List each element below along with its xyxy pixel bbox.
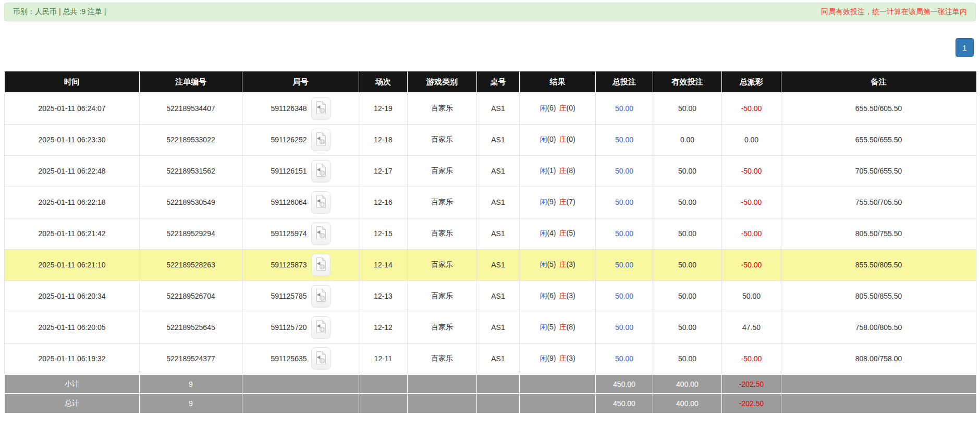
header-round-id: 局号: [242, 71, 359, 93]
cell-result: 闲(1)庄(8): [520, 155, 596, 187]
cell-total-bet: 50.00: [596, 312, 653, 343]
cell-valid-bet: 50.00: [653, 249, 722, 280]
cell-total-bet: 50.00: [596, 124, 653, 155]
round-id-text: 591125785: [271, 292, 307, 300]
video-replay-button[interactable]: [311, 285, 330, 308]
banker-label: 庄: [559, 323, 567, 331]
video-replay-button[interactable]: [311, 316, 330, 339]
cell-session: 12-14: [359, 249, 408, 280]
cell-session: 12-11: [359, 343, 408, 374]
pagination: 1: [0, 38, 974, 57]
player-score: (1): [547, 166, 556, 175]
cell-remark: 705.50/655.50: [781, 155, 976, 187]
cell-bet-id: 522189525645: [140, 312, 242, 343]
cell-remark: 755.50/705.50: [781, 187, 976, 218]
video-file-icon: [315, 351, 326, 366]
table-row: 2025-01-11 06:21:10522189528263591125873…: [5, 249, 976, 280]
cell-bet-id: 522189533022: [140, 124, 242, 155]
cell-total-bet: 50.00: [596, 218, 653, 249]
table-row: 2025-01-11 06:22:18522189530549591126064…: [5, 187, 976, 218]
grandtotal-row-payout: -202.50: [722, 394, 781, 413]
cell-table-no: AS1: [477, 124, 520, 155]
cell-bet-id: 522189530549: [140, 187, 242, 218]
subtotal-row-empty: [520, 374, 596, 394]
cell-time: 2025-01-11 06:23:30: [5, 124, 140, 155]
cell-result: 闲(6)庄(3): [520, 280, 596, 312]
subtotal-row-empty: [359, 374, 408, 394]
bet-records-table: 时间 注单编号 局号 场次 游戏类别 桌号 结果 总投注 有效投注 总派彩 备注…: [4, 71, 976, 413]
cell-round-id: 591125635: [242, 343, 359, 374]
cell-result: 闲(5)庄(8): [520, 312, 596, 343]
cell-game-type: 百家乐: [408, 93, 477, 124]
grandtotal-row-empty: [408, 394, 477, 413]
player-score: (5): [547, 323, 556, 331]
cell-bet-id: 522189528263: [140, 249, 242, 280]
table-row: 2025-01-11 06:24:07522189534407591126348…: [5, 93, 976, 124]
cell-table-no: AS1: [477, 249, 520, 280]
cell-payout: -50.00: [722, 155, 781, 187]
video-file-icon: [315, 226, 326, 241]
grandtotal-row-empty: [359, 394, 408, 413]
cell-total-bet: 50.00: [596, 280, 653, 312]
video-file-icon: [315, 163, 326, 179]
table-row: 2025-01-11 06:20:05522189525645591125720…: [5, 312, 976, 343]
cell-game-type: 百家乐: [408, 312, 477, 343]
cell-session: 12-15: [359, 218, 408, 249]
round-id-group: 591125720: [271, 316, 330, 339]
cell-time: 2025-01-11 06:20:34: [5, 280, 140, 312]
cell-game-type: 百家乐: [408, 187, 477, 218]
cell-payout: -50.00: [722, 249, 781, 280]
video-replay-button[interactable]: [311, 191, 330, 214]
cell-time: 2025-01-11 06:19:32: [5, 343, 140, 374]
cell-payout: -50.00: [722, 343, 781, 374]
subtotal-row: 小计9450.00400.00-202.50: [5, 374, 976, 394]
table-row: 2025-01-11 06:21:42522189529294591125974…: [5, 218, 976, 249]
cell-table-no: AS1: [477, 93, 520, 124]
player-score: (9): [547, 198, 556, 206]
cell-remark: 855.50/805.50: [781, 249, 976, 280]
banker-score: (8): [567, 166, 575, 175]
video-replay-button[interactable]: [311, 254, 330, 276]
banker-score: (0): [567, 104, 575, 112]
round-id-group: 591125785: [271, 285, 330, 308]
round-id-text: 591125974: [271, 229, 307, 238]
cell-remark: 805.50/755.50: [781, 218, 976, 249]
cell-session: 12-19: [359, 93, 408, 124]
subtotal-row-empty: [242, 374, 359, 394]
video-replay-button[interactable]: [311, 223, 330, 245]
video-replay-button[interactable]: [311, 97, 330, 120]
banker-score: (3): [567, 291, 575, 300]
cell-payout: -50.00: [722, 93, 781, 124]
video-replay-button[interactable]: [311, 347, 330, 370]
player-label: 闲: [540, 104, 547, 112]
subtotal-row-count: 9: [140, 374, 242, 394]
player-score: (9): [547, 354, 556, 362]
cell-result: 闲(0)庄(0): [520, 124, 596, 155]
cell-payout: 47.50: [722, 312, 781, 343]
cell-bet-id: 522189529294: [140, 218, 242, 249]
cell-payout: -50.00: [722, 218, 781, 249]
round-id-group: 591125635: [271, 347, 330, 370]
cell-time: 2025-01-11 06:24:07: [5, 93, 140, 124]
banker-score: (7): [567, 198, 575, 206]
round-id-text: 591126151: [271, 167, 307, 175]
cell-valid-bet: 50.00: [653, 93, 722, 124]
video-file-icon: [315, 194, 326, 210]
header-table-no: 桌号: [477, 71, 520, 93]
player-label: 闲: [540, 354, 547, 362]
banker-score: (0): [567, 135, 575, 143]
cell-result: 闲(4)庄(5): [520, 218, 596, 249]
player-score: (5): [547, 260, 556, 268]
cell-bet-id: 522189534407: [140, 93, 242, 124]
page-button-1[interactable]: 1: [956, 38, 974, 57]
cell-result: 闲(5)庄(3): [520, 249, 596, 280]
header-result: 结果: [520, 71, 596, 93]
video-replay-button[interactable]: [311, 129, 330, 151]
round-id-text: 591125635: [271, 354, 307, 363]
cell-total-bet: 50.00: [596, 187, 653, 218]
round-id-text: 591126348: [271, 104, 307, 113]
banker-score: (5): [567, 229, 575, 237]
cell-round-id: 591125720: [242, 312, 359, 343]
video-replay-button[interactable]: [311, 160, 330, 182]
header-game-type: 游戏类别: [408, 71, 477, 93]
